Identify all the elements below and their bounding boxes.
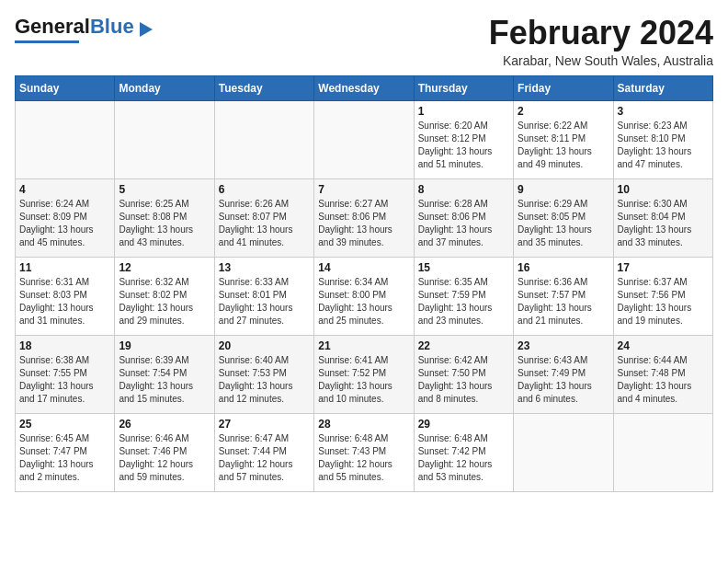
calendar-cell: 6Sunrise: 6:26 AMSunset: 8:07 PMDaylight… (214, 178, 313, 257)
calendar-cell: 14Sunrise: 6:34 AMSunset: 8:00 PMDayligh… (314, 257, 414, 335)
weekday-header-sunday: Sunday (16, 75, 115, 100)
calendar-week-5: 25Sunrise: 6:45 AMSunset: 7:47 PMDayligh… (16, 413, 713, 491)
calendar-cell: 15Sunrise: 6:35 AMSunset: 7:59 PMDayligh… (414, 257, 513, 335)
calendar-cell: 3Sunrise: 6:23 AMSunset: 8:10 PMDaylight… (613, 100, 712, 178)
calendar-cell: 7Sunrise: 6:27 AMSunset: 8:06 PMDaylight… (314, 178, 414, 257)
weekday-header-monday: Monday (115, 75, 214, 100)
calendar-cell (16, 100, 115, 178)
calendar-cell: 2Sunrise: 6:22 AMSunset: 8:11 PMDaylight… (514, 100, 613, 178)
day-number: 15 (418, 261, 509, 274)
day-number: 1 (418, 105, 509, 118)
day-info: Sunrise: 6:42 AMSunset: 7:50 PMDaylight:… (418, 354, 509, 406)
day-number: 20 (219, 339, 310, 352)
day-number: 3 (618, 105, 709, 118)
calendar-cell: 8Sunrise: 6:28 AMSunset: 8:06 PMDaylight… (414, 178, 513, 257)
day-info: Sunrise: 6:20 AMSunset: 8:12 PMDaylight:… (418, 120, 509, 171)
calendar-table: SundayMondayTuesdayWednesdayThursdayFrid… (15, 75, 713, 492)
day-info: Sunrise: 6:27 AMSunset: 8:06 PMDaylight:… (318, 198, 409, 249)
month-title: February 2024 (489, 15, 713, 52)
day-info: Sunrise: 6:22 AMSunset: 8:11 PMDaylight:… (518, 120, 609, 171)
day-number: 19 (119, 339, 210, 352)
weekday-header-friday: Friday (514, 75, 613, 100)
calendar-cell: 22Sunrise: 6:42 AMSunset: 7:50 PMDayligh… (414, 335, 513, 413)
day-info: Sunrise: 6:25 AMSunset: 8:08 PMDaylight:… (119, 198, 210, 249)
day-info: Sunrise: 6:30 AMSunset: 8:04 PMDaylight:… (618, 198, 709, 249)
day-info: Sunrise: 6:29 AMSunset: 8:05 PMDaylight:… (518, 198, 609, 249)
day-number: 6 (219, 183, 310, 196)
calendar-cell (314, 100, 414, 178)
weekday-header-tuesday: Tuesday (214, 75, 313, 100)
day-info: Sunrise: 6:45 AMSunset: 7:47 PMDaylight:… (19, 432, 110, 484)
day-info: Sunrise: 6:37 AMSunset: 7:56 PMDaylight:… (618, 276, 709, 327)
day-number: 11 (19, 261, 110, 274)
calendar-cell: 20Sunrise: 6:40 AMSunset: 7:53 PMDayligh… (214, 335, 313, 413)
day-info: Sunrise: 6:47 AMSunset: 7:44 PMDaylight:… (219, 432, 310, 484)
day-number: 28 (318, 418, 409, 431)
day-info: Sunrise: 6:23 AMSunset: 8:10 PMDaylight:… (618, 120, 709, 171)
calendar-cell: 9Sunrise: 6:29 AMSunset: 8:05 PMDaylight… (514, 178, 613, 257)
day-info: Sunrise: 6:43 AMSunset: 7:49 PMDaylight:… (518, 354, 609, 406)
day-number: 13 (219, 261, 310, 274)
day-info: Sunrise: 6:32 AMSunset: 8:02 PMDaylight:… (119, 276, 210, 327)
calendar-cell: 24Sunrise: 6:44 AMSunset: 7:48 PMDayligh… (613, 335, 712, 413)
weekday-header-saturday: Saturday (613, 75, 712, 100)
title-area: February 2024 Karabar, New South Wales, … (489, 15, 713, 68)
calendar-cell: 10Sunrise: 6:30 AMSunset: 8:04 PMDayligh… (613, 178, 712, 257)
day-info: Sunrise: 6:34 AMSunset: 8:00 PMDaylight:… (318, 276, 409, 327)
calendar-cell: 5Sunrise: 6:25 AMSunset: 8:08 PMDaylight… (115, 178, 214, 257)
calendar-cell: 4Sunrise: 6:24 AMSunset: 8:09 PMDaylight… (16, 178, 115, 257)
day-info: Sunrise: 6:38 AMSunset: 7:55 PMDaylight:… (19, 354, 110, 406)
calendar-cell: 12Sunrise: 6:32 AMSunset: 8:02 PMDayligh… (115, 257, 214, 335)
weekday-header-thursday: Thursday (414, 75, 513, 100)
calendar-cell: 29Sunrise: 6:48 AMSunset: 7:42 PMDayligh… (414, 413, 513, 491)
calendar-cell (115, 100, 214, 178)
day-number: 29 (418, 418, 509, 431)
calendar-header: SundayMondayTuesdayWednesdayThursdayFrid… (16, 75, 713, 100)
calendar-cell: 17Sunrise: 6:37 AMSunset: 7:56 PMDayligh… (613, 257, 712, 335)
day-number: 17 (618, 261, 709, 274)
day-info: Sunrise: 6:24 AMSunset: 8:09 PMDaylight:… (19, 198, 110, 249)
calendar-week-1: 1Sunrise: 6:20 AMSunset: 8:12 PMDaylight… (16, 100, 713, 178)
day-number: 5 (119, 183, 210, 196)
calendar-cell: 13Sunrise: 6:33 AMSunset: 8:01 PMDayligh… (214, 257, 313, 335)
day-info: Sunrise: 6:31 AMSunset: 8:03 PMDaylight:… (19, 276, 110, 327)
day-number: 10 (618, 183, 709, 196)
day-number: 4 (19, 183, 110, 196)
day-number: 26 (119, 418, 210, 431)
day-number: 22 (418, 339, 509, 352)
day-number: 18 (19, 339, 110, 352)
logo: GeneralBlue (15, 15, 153, 43)
logo-text: GeneralBlue (15, 15, 153, 39)
day-number: 16 (518, 261, 609, 274)
day-info: Sunrise: 6:46 AMSunset: 7:46 PMDaylight:… (119, 432, 210, 484)
day-info: Sunrise: 6:26 AMSunset: 8:07 PMDaylight:… (219, 198, 310, 249)
calendar-body: 1Sunrise: 6:20 AMSunset: 8:12 PMDaylight… (16, 100, 713, 491)
weekday-header-wednesday: Wednesday (314, 75, 414, 100)
day-number: 8 (418, 183, 509, 196)
logo-arrow-icon (140, 22, 153, 37)
calendar-cell: 28Sunrise: 6:48 AMSunset: 7:43 PMDayligh… (314, 413, 414, 491)
day-number: 7 (318, 183, 409, 196)
day-info: Sunrise: 6:41 AMSunset: 7:52 PMDaylight:… (318, 354, 409, 406)
day-info: Sunrise: 6:36 AMSunset: 7:57 PMDaylight:… (518, 276, 609, 327)
calendar-cell: 1Sunrise: 6:20 AMSunset: 8:12 PMDaylight… (414, 100, 513, 178)
day-number: 9 (518, 183, 609, 196)
calendar-cell: 11Sunrise: 6:31 AMSunset: 8:03 PMDayligh… (16, 257, 115, 335)
calendar-cell: 18Sunrise: 6:38 AMSunset: 7:55 PMDayligh… (16, 335, 115, 413)
day-info: Sunrise: 6:48 AMSunset: 7:43 PMDaylight:… (318, 432, 409, 484)
calendar-cell: 23Sunrise: 6:43 AMSunset: 7:49 PMDayligh… (514, 335, 613, 413)
weekday-row: SundayMondayTuesdayWednesdayThursdayFrid… (16, 75, 713, 100)
calendar-cell: 25Sunrise: 6:45 AMSunset: 7:47 PMDayligh… (16, 413, 115, 491)
day-number: 12 (119, 261, 210, 274)
calendar-cell: 19Sunrise: 6:39 AMSunset: 7:54 PMDayligh… (115, 335, 214, 413)
day-info: Sunrise: 6:35 AMSunset: 7:59 PMDaylight:… (418, 276, 509, 327)
calendar-cell (613, 413, 712, 491)
day-info: Sunrise: 6:33 AMSunset: 8:01 PMDaylight:… (219, 276, 310, 327)
day-number: 14 (318, 261, 409, 274)
day-number: 24 (618, 339, 709, 352)
day-number: 23 (518, 339, 609, 352)
location-text: Karabar, New South Wales, Australia (489, 53, 713, 68)
day-info: Sunrise: 6:28 AMSunset: 8:06 PMDaylight:… (418, 198, 509, 249)
day-info: Sunrise: 6:40 AMSunset: 7:53 PMDaylight:… (219, 354, 310, 406)
day-number: 21 (318, 339, 409, 352)
